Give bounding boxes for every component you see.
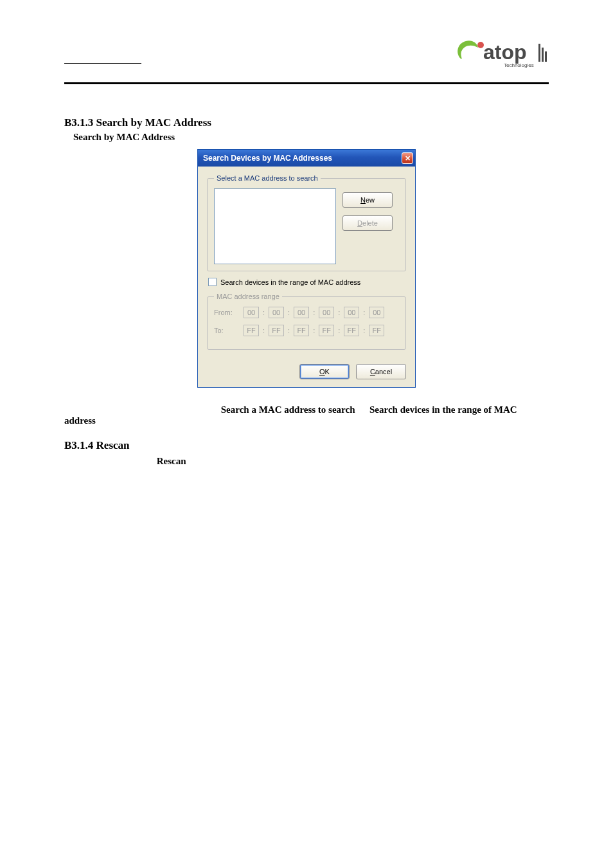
- close-button[interactable]: ✕: [402, 152, 413, 164]
- brand-logo: atop Technologies: [452, 36, 549, 72]
- mac-to-5[interactable]: FF: [344, 325, 359, 336]
- mac-to-3[interactable]: FF: [294, 325, 309, 336]
- rescan-line: Rescan: [64, 456, 549, 467]
- select-mac-legend: Select a MAC address to search: [214, 174, 321, 182]
- ok-button[interactable]: OK: [299, 364, 350, 379]
- caption-paragraph: Search a MAC address to search Search de…: [64, 404, 549, 426]
- close-icon: ✕: [405, 155, 411, 162]
- svg-rect-3: [538, 44, 540, 62]
- mac-from-row: From: 00 : 00 : 00 : 00 : 00 : 00: [214, 307, 399, 318]
- mac-to-1[interactable]: FF: [244, 325, 259, 336]
- new-button[interactable]: New: [342, 192, 393, 208]
- page-header: atop Technologies: [64, 40, 549, 82]
- mac-to-2[interactable]: FF: [269, 325, 284, 336]
- header-divider: [64, 82, 549, 84]
- to-label: To:: [214, 327, 240, 334]
- select-mac-group: Select a MAC address to search New Delet…: [207, 174, 406, 271]
- mac-listbox[interactable]: [214, 188, 336, 264]
- mac-range-group: MAC address range From: 00 : 00 : 00 : 0…: [207, 293, 406, 350]
- dialog-titlebar: Search Devices by MAC Addresses ✕: [198, 150, 415, 167]
- mac-to-6[interactable]: FF: [369, 325, 384, 336]
- range-checkbox[interactable]: [208, 278, 217, 286]
- mac-to-4[interactable]: FF: [319, 325, 334, 336]
- search-mac-dialog: Search Devices by MAC Addresses ✕ Select…: [197, 149, 416, 388]
- mac-from-2[interactable]: 00: [269, 307, 284, 318]
- svg-rect-4: [542, 48, 544, 62]
- dialog-title: Search Devices by MAC Addresses: [203, 154, 332, 163]
- range-checkbox-label: Search devices in the range of MAC addre…: [220, 278, 360, 286]
- section-heading-rescan: B3.1.4 Rescan: [64, 439, 549, 452]
- from-label: From:: [214, 309, 240, 316]
- svg-text:atop: atop: [483, 41, 527, 64]
- svg-text:Technologies: Technologies: [504, 62, 534, 68]
- delete-button[interactable]: Delete: [342, 215, 393, 231]
- cancel-button[interactable]: Cancel: [356, 364, 406, 379]
- mac-range-legend: MAC address range: [214, 293, 282, 300]
- mac-from-6[interactable]: 00: [369, 307, 384, 318]
- mac-to-row: To: FF : FF : FF : FF : FF : FF: [214, 325, 399, 336]
- section-subheading: Search by MAC Address: [73, 132, 549, 143]
- short-rule: [64, 63, 141, 64]
- mac-from-1[interactable]: 00: [244, 307, 259, 318]
- mac-from-4[interactable]: 00: [319, 307, 334, 318]
- mac-from-3[interactable]: 00: [294, 307, 309, 318]
- range-checkbox-row[interactable]: Search devices in the range of MAC addre…: [208, 278, 406, 286]
- svg-rect-5: [545, 51, 547, 62]
- mac-from-5[interactable]: 00: [344, 307, 359, 318]
- section-heading: B3.1.3 Search by MAC Address: [64, 116, 549, 129]
